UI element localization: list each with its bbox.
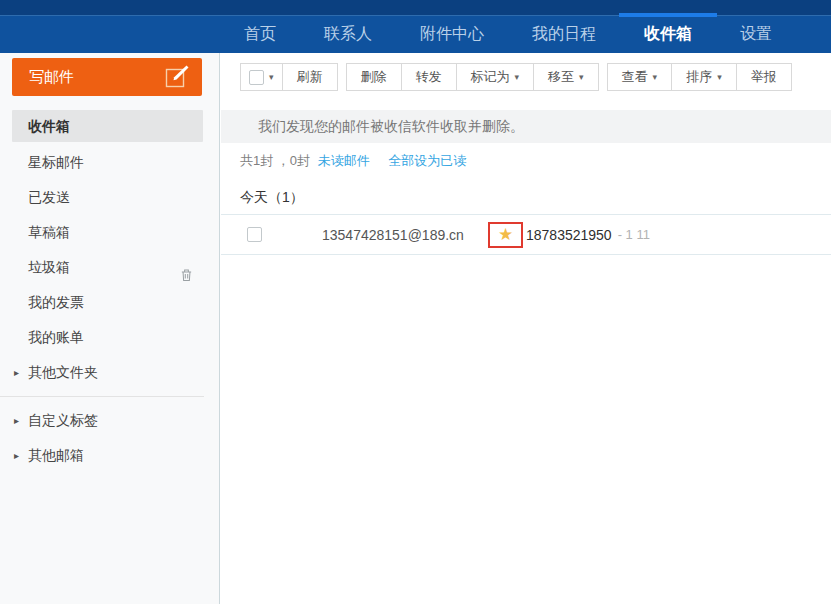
- unread-mail-link[interactable]: 未读邮件: [318, 153, 370, 168]
- nav-items: 首页 联系人 附件中心 我的日程 收件箱 设置: [244, 16, 831, 53]
- mark-as-label: 标记为: [471, 68, 510, 86]
- compose-label: 写邮件: [29, 68, 74, 87]
- select-refresh-group: ▾ 刷新: [240, 63, 338, 91]
- view-sort-group: 查看 ▾ 排序 ▾ 举报: [607, 63, 792, 91]
- chevron-right-icon: ▸: [14, 403, 19, 438]
- sidebar-item-sent[interactable]: 已发送: [0, 180, 219, 215]
- nav-my-schedule[interactable]: 我的日程: [532, 24, 596, 45]
- email-preview: - 1 11: [618, 227, 650, 242]
- mark-all-read-link[interactable]: 全部设为已读: [388, 153, 466, 168]
- actions-group: 删除 转发 标记为 ▾ 移至 ▾: [346, 63, 599, 91]
- nav-settings[interactable]: 设置: [740, 24, 772, 45]
- sidebar-item-trash[interactable]: 垃圾箱: [0, 250, 219, 285]
- other-mailboxes-label: 其他邮箱: [28, 447, 84, 463]
- chevron-down-icon: ▾: [515, 73, 520, 82]
- select-all-checkbox[interactable]: [249, 70, 264, 85]
- view-label: 查看: [622, 68, 648, 86]
- sidebar-item-my-bills[interactable]: 我的账单: [0, 320, 219, 355]
- nav-attachment-center[interactable]: 附件中心: [420, 24, 484, 45]
- active-tab-indicator: [619, 13, 717, 17]
- sort-label: 排序: [686, 68, 712, 86]
- chevron-down-icon: ▾: [579, 73, 584, 82]
- compose-icon: [164, 63, 190, 92]
- view-button[interactable]: 查看 ▾: [607, 63, 673, 91]
- main-nav: 首页 联系人 附件中心 我的日程 收件箱 设置: [0, 15, 831, 53]
- chevron-down-icon: ▾: [269, 73, 274, 82]
- report-button[interactable]: 举报: [736, 63, 792, 91]
- nav-home[interactable]: 首页: [244, 24, 276, 45]
- nav-inbox-label: 收件箱: [644, 25, 692, 42]
- sidebar-item-starred[interactable]: 星标邮件: [0, 145, 219, 180]
- sidebar-item-drafts[interactable]: 草稿箱: [0, 215, 219, 250]
- delete-button[interactable]: 删除: [346, 63, 402, 91]
- sidebar-item-other-folders[interactable]: ▸ 其他文件夹: [0, 355, 219, 390]
- star-icon: ★: [498, 226, 513, 243]
- status-line: 共1封 ，0封 未读邮件 全部设为已读: [221, 152, 831, 170]
- trash-folder-label: 垃圾箱: [28, 259, 70, 275]
- toolbar: ▾ 刷新 删除 转发 标记为 ▾ 移至 ▾ 查看 ▾ 排序 ▾: [221, 53, 831, 91]
- sidebar-item-other-mailboxes[interactable]: ▸ 其他邮箱: [0, 438, 219, 473]
- move-to-button[interactable]: 移至 ▾: [533, 63, 599, 91]
- star-toggle-highlighted[interactable]: ★: [488, 222, 523, 248]
- nav-inbox[interactable]: 收件箱: [644, 24, 692, 45]
- mail-count-summary: 共1封 ，0封: [240, 153, 310, 168]
- other-folders-label: 其他文件夹: [28, 364, 98, 380]
- date-group-header: 今天（1）: [221, 189, 831, 207]
- nav-contacts[interactable]: 联系人: [324, 24, 372, 45]
- move-to-label: 移至: [548, 68, 574, 86]
- custom-tags-label: 自定义标签: [28, 412, 98, 428]
- forward-button[interactable]: 转发: [401, 63, 457, 91]
- sidebar-divider: [0, 396, 204, 397]
- mark-as-button[interactable]: 标记为 ▾: [456, 63, 535, 91]
- chevron-right-icon: ▸: [14, 438, 19, 473]
- sidebar-item-my-invoices[interactable]: 我的发票: [0, 285, 219, 320]
- chevron-down-icon: ▾: [653, 73, 658, 82]
- compose-button[interactable]: 写邮件: [12, 58, 202, 96]
- folder-list: 收件箱 星标邮件 已发送 草稿箱 垃圾箱 我的发票 我的账单 ▸ 其他文件夹 ▸…: [0, 110, 219, 473]
- chevron-right-icon: ▸: [14, 355, 19, 390]
- sidebar-item-custom-tags[interactable]: ▸ 自定义标签: [0, 403, 219, 438]
- email-row-checkbox[interactable]: [247, 227, 262, 242]
- refresh-button[interactable]: 刷新: [282, 63, 338, 91]
- sort-button[interactable]: 排序 ▾: [671, 63, 737, 91]
- select-all-dropdown[interactable]: ▾: [240, 63, 283, 91]
- sidebar: 写邮件 收件箱 星标邮件 已发送 草稿箱 垃圾箱 我的发票 我的账单 ▸ 其他文…: [0, 53, 220, 604]
- email-sender: 13547428151@189.cn: [322, 227, 488, 243]
- mail-list-pane: ▾ 刷新 删除 转发 标记为 ▾ 移至 ▾ 查看 ▾ 排序 ▾: [221, 53, 831, 604]
- email-row[interactable]: 13547428151@189.cn ★ 18783521950 - 1 11: [221, 214, 831, 255]
- sidebar-item-inbox[interactable]: 收件箱: [12, 110, 203, 142]
- email-subject[interactable]: 18783521950: [526, 227, 612, 243]
- notice-banner: 我们发现您的邮件被收信软件收取并删除。: [221, 110, 831, 143]
- chevron-down-icon: ▾: [717, 73, 722, 82]
